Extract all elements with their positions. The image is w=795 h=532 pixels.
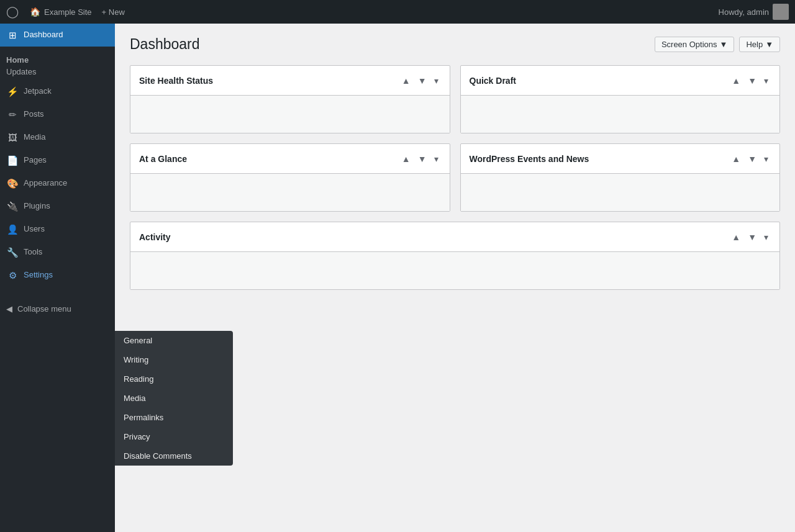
home-link[interactable]: Home xyxy=(6,54,109,66)
widget-title: Site Health Status xyxy=(139,76,213,86)
widget-title: Activity xyxy=(139,232,171,242)
site-name: Example Site xyxy=(44,7,92,17)
widget-body xyxy=(130,96,450,133)
sidebar-item-plugins[interactable]: 🔌 Plugins xyxy=(0,195,115,218)
widget-controls: ▲ ▼ ▾ xyxy=(729,74,771,87)
avatar xyxy=(773,4,789,20)
page-title: Dashboard xyxy=(130,36,200,53)
widget-toggle-button[interactable]: ▾ xyxy=(432,74,441,87)
wp-logo-icon[interactable]: ◯ xyxy=(6,5,19,19)
sidebar-item-label: Appearance xyxy=(24,178,67,189)
settings-icon: ⚙ xyxy=(6,269,19,282)
submenu-item-media[interactable]: Media xyxy=(115,389,233,408)
updates-link[interactable]: Updates xyxy=(6,66,109,78)
submenu-item-permalinks[interactable]: Permalinks xyxy=(115,408,233,427)
sidebar-item-jetpack[interactable]: ⚡ Jetpack xyxy=(0,80,115,103)
dashboard-icon: ⊞ xyxy=(6,29,19,42)
sidebar-item-label: Posts xyxy=(24,109,44,120)
sidebar: ⊞ Dashboard Home Updates ⚡ Jetpack ✏ Pos… xyxy=(0,24,115,532)
widget-quick-draft: Quick Draft ▲ ▼ ▾ xyxy=(460,65,781,133)
widget-body xyxy=(130,174,450,211)
plugins-icon: 🔌 xyxy=(6,200,19,213)
sidebar-item-label: Pages xyxy=(24,155,47,166)
jetpack-icon: ⚡ xyxy=(6,85,19,98)
home-icon: 🏠 xyxy=(30,7,40,17)
widget-collapse-down-button[interactable]: ▼ xyxy=(745,74,759,87)
widget-title: Quick Draft xyxy=(470,76,516,86)
widget-body xyxy=(461,174,780,211)
sidebar-item-media[interactable]: 🖼 Media xyxy=(0,126,115,149)
pages-icon: 📄 xyxy=(6,154,19,167)
widget-toggle-button[interactable]: ▾ xyxy=(761,231,771,243)
site-link[interactable]: 🏠 Example Site xyxy=(25,7,97,17)
user-account-button[interactable]: Howdy, admin xyxy=(719,4,789,20)
widget-controls: ▲ ▼ ▾ xyxy=(399,74,441,87)
widget-wordpress-events-news: WordPress Events and News ▲ ▼ ▾ xyxy=(460,143,781,212)
sidebar-item-label: Tools xyxy=(24,246,42,258)
sidebar-item-users[interactable]: 👤 Users xyxy=(0,218,115,241)
widget-body xyxy=(130,252,779,289)
widget-collapse-up-button[interactable]: ▲ xyxy=(729,153,743,165)
widget-collapse-up-button[interactable]: ▲ xyxy=(399,153,413,165)
help-label: Help xyxy=(746,40,763,49)
sidebar-item-label: Settings xyxy=(24,269,53,281)
sidebar-item-label: Jetpack xyxy=(24,86,52,97)
sidebar-item-pages[interactable]: 📄 Pages xyxy=(0,149,115,172)
widgets-grid: Site Health Status ▲ ▼ ▾ Quick Draft ▲ ▼ xyxy=(130,65,780,290)
header-buttons: Screen Options ▼ Help ▼ xyxy=(655,37,780,52)
users-icon: 👤 xyxy=(6,223,19,236)
posts-icon: ✏ xyxy=(6,108,19,121)
sidebar-item-posts[interactable]: ✏ Posts xyxy=(0,103,115,126)
screen-options-label: Screen Options xyxy=(661,40,717,49)
widget-collapse-down-button[interactable]: ▼ xyxy=(745,153,759,165)
widget-title: At a Glance xyxy=(139,154,187,164)
widget-header: At a Glance ▲ ▼ ▾ xyxy=(130,144,450,174)
widget-collapse-up-button[interactable]: ▲ xyxy=(399,74,413,87)
howdy-text: Howdy, admin xyxy=(719,7,769,17)
widget-controls: ▲ ▼ ▾ xyxy=(729,231,771,243)
submenu-item-privacy[interactable]: Privacy xyxy=(115,427,233,446)
submenu-item-writing[interactable]: Writing xyxy=(115,350,233,369)
widget-collapse-down-button[interactable]: ▼ xyxy=(416,153,429,165)
media-icon: 🖼 xyxy=(6,131,19,144)
widget-body xyxy=(461,96,780,133)
widget-toggle-button[interactable]: ▾ xyxy=(761,153,771,165)
widget-header: Quick Draft ▲ ▼ ▾ xyxy=(461,66,780,96)
layout: ⊞ Dashboard Home Updates ⚡ Jetpack ✏ Pos… xyxy=(0,24,795,532)
submenu-item-general[interactable]: General xyxy=(115,331,233,350)
submenu-item-reading[interactable]: Reading xyxy=(115,369,233,389)
widget-site-health-status: Site Health Status ▲ ▼ ▾ xyxy=(130,65,450,133)
widget-toggle-button[interactable]: ▾ xyxy=(761,74,771,87)
widget-collapse-up-button[interactable]: ▲ xyxy=(729,231,743,243)
help-chevron-icon: ▼ xyxy=(765,40,773,49)
widget-header: WordPress Events and News ▲ ▼ ▾ xyxy=(461,144,780,174)
tools-icon: 🔧 xyxy=(6,246,19,259)
widget-at-a-glance: At a Glance ▲ ▼ ▾ xyxy=(130,143,450,212)
sidebar-item-settings[interactable]: ⚙ Settings xyxy=(0,264,115,287)
collapse-menu-button[interactable]: ◀ Collapse menu xyxy=(0,299,115,318)
widget-controls: ▲ ▼ ▾ xyxy=(399,153,441,165)
widget-header: Site Health Status ▲ ▼ ▾ xyxy=(130,66,450,96)
widget-collapse-down-button[interactable]: ▼ xyxy=(416,74,429,87)
widget-collapse-down-button[interactable]: ▼ xyxy=(745,231,759,243)
widget-activity: Activity ▲ ▼ ▾ xyxy=(130,222,780,290)
sidebar-item-appearance[interactable]: 🎨 Appearance xyxy=(0,172,115,195)
submenu-item-disable-comments[interactable]: Disable Comments xyxy=(115,446,233,466)
widget-toggle-button[interactable]: ▾ xyxy=(432,153,441,165)
dashboard-subnav: Home Updates xyxy=(0,47,115,80)
sidebar-item-dashboard[interactable]: ⊞ Dashboard xyxy=(0,24,115,47)
sidebar-item-tools[interactable]: 🔧 Tools xyxy=(0,241,115,264)
appearance-icon: 🎨 xyxy=(6,177,19,190)
adminbar-right: Howdy, admin xyxy=(719,4,789,20)
widget-collapse-up-button[interactable]: ▲ xyxy=(729,74,743,87)
screen-options-chevron-icon: ▼ xyxy=(720,40,728,49)
sidebar-item-label: Dashboard xyxy=(24,29,63,40)
admin-bar: ◯ 🏠 Example Site + New Howdy, admin xyxy=(0,0,795,24)
new-content-button[interactable]: + New xyxy=(97,7,130,17)
help-button[interactable]: Help ▼ xyxy=(739,37,780,52)
collapse-icon: ◀ xyxy=(6,304,12,313)
new-label: + New xyxy=(102,7,125,17)
sidebar-item-label: Users xyxy=(24,223,45,235)
screen-options-button[interactable]: Screen Options ▼ xyxy=(655,37,734,52)
sidebar-item-label: Plugins xyxy=(24,201,50,212)
